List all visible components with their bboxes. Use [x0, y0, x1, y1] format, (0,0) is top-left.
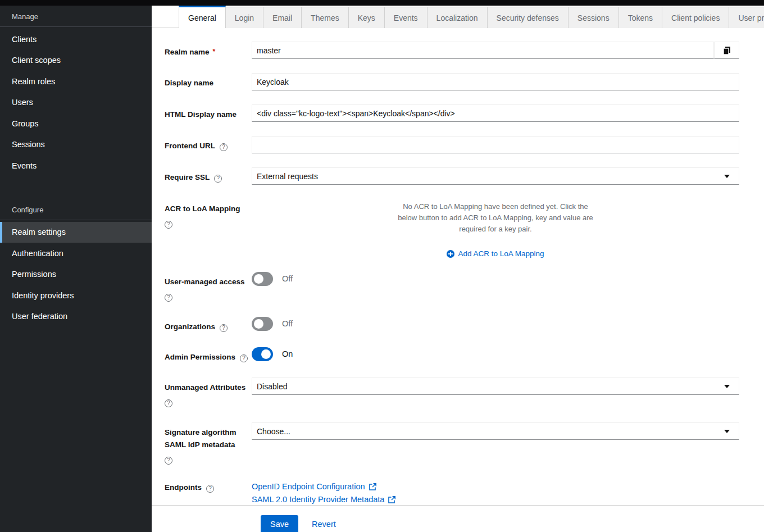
html-display-name-input[interactable]: [252, 104, 739, 122]
endpoints-label: Endpoints?: [165, 480, 252, 505]
organizations-label-text: Organizations: [165, 322, 215, 331]
tab-themes[interactable]: Themes: [302, 7, 349, 28]
endpoint-link-label: SAML 2.0 Identity Provider Metadata: [252, 494, 384, 505]
user-managed-access-label: User-managed access ?: [165, 272, 252, 303]
html-display-name-label: HTML Display name: [165, 104, 252, 122]
require-ssl-select[interactable]: External requests: [252, 167, 739, 185]
tab-security-defenses[interactable]: Security defenses: [488, 7, 569, 28]
tab-tokens[interactable]: Tokens: [619, 7, 662, 28]
sidebar-item-users[interactable]: Users: [0, 92, 152, 113]
endpoints-label-text: Endpoints: [165, 483, 202, 492]
tabs-container: GeneralLoginEmailThemesKeysEventsLocaliz…: [179, 6, 764, 28]
tab-localization[interactable]: Localization: [428, 7, 488, 28]
plus-circle-icon: [447, 250, 454, 258]
organizations-label: Organizations?: [165, 317, 252, 333]
help-icon[interactable]: ?: [165, 457, 172, 465]
add-acr-loa-mapping-label: Add ACR to LoA Mapping: [458, 249, 544, 258]
unmanaged-attributes-label: Unmanaged Attributes ?: [165, 378, 252, 408]
add-acr-loa-mapping-button[interactable]: Add ACR to LoA Mapping: [252, 249, 739, 258]
realm-name-input[interactable]: [252, 42, 714, 59]
sidebar-section-title-manage: Manage: [0, 6, 152, 27]
tab-email[interactable]: Email: [263, 7, 302, 28]
toggle-knob: [254, 274, 263, 284]
external-link-icon: [369, 483, 376, 490]
unmanaged-attributes-label-text: Unmanaged Attributes: [165, 381, 252, 394]
frontend-url-row: Frontend URL?: [165, 136, 739, 153]
endpoint-link-label: OpenID Endpoint Configuration: [252, 481, 365, 492]
tab-general[interactable]: General: [179, 6, 226, 28]
sidebar-item-sessions[interactable]: Sessions: [0, 134, 152, 156]
sidebar-item-user-federation[interactable]: User federation: [0, 306, 152, 328]
sidebar-item-events[interactable]: Events: [0, 155, 152, 176]
sidebar-item-client-scopes[interactable]: Client scopes: [0, 50, 152, 71]
sidebar: ManageClientsClient scopesRealm rolesUse…: [0, 6, 152, 532]
sidebar-section-title-configure: Configure: [0, 199, 152, 220]
masthead: [0, 0, 764, 6]
tab-bar-spacer: [152, 6, 179, 28]
display-name-input[interactable]: [252, 73, 739, 90]
tab-events[interactable]: Events: [385, 7, 428, 28]
acr-loa-label-text: ACR to LoA Mapping: [165, 203, 252, 215]
acr-loa-label: ACR to LoA Mapping ?: [165, 199, 252, 258]
help-icon[interactable]: ?: [206, 485, 214, 493]
require-ssl-label-text: Require SSL: [165, 173, 210, 181]
signature-algorithm-row: Signature algorithm SAML IdP metadata ? …: [165, 422, 739, 466]
sidebar-section-configure: ConfigureRealm settingsAuthenticationPer…: [0, 199, 152, 328]
signature-algorithm-value: Choose...: [257, 427, 290, 436]
tab-client-policies[interactable]: Client policies: [662, 7, 729, 28]
sidebar-item-groups[interactable]: Groups: [0, 113, 152, 134]
save-button[interactable]: Save: [261, 515, 298, 532]
help-icon[interactable]: ?: [214, 175, 222, 183]
sidebar-item-realm-roles[interactable]: Realm roles: [0, 71, 152, 92]
admin-permissions-row: Admin Permissions? On: [165, 347, 739, 363]
acr-loa-row: ACR to LoA Mapping ? No ACR to LoA Mappi…: [165, 199, 739, 258]
revert-button[interactable]: Revert: [312, 515, 336, 532]
help-icon[interactable]: ?: [165, 221, 172, 229]
realm-name-label: Realm name*: [165, 42, 252, 59]
copy-button[interactable]: [714, 42, 739, 59]
endpoint-link-openid-endpoint-configuration[interactable]: OpenID Endpoint Configuration: [252, 481, 376, 492]
admin-permissions-state: On: [282, 347, 293, 358]
main-content: GeneralLoginEmailThemesKeysEventsLocaliz…: [152, 6, 764, 532]
sidebar-item-identity-providers[interactable]: Identity providers: [0, 285, 152, 306]
sidebar-item-authentication[interactable]: Authentication: [0, 243, 152, 264]
require-ssl-row: Require SSL? External requests: [165, 167, 739, 185]
sidebar-section-manage: ManageClientsClient scopesRealm rolesUse…: [0, 6, 152, 176]
frontend-url-label: Frontend URL?: [165, 136, 252, 153]
signature-algorithm-select[interactable]: Choose...: [252, 422, 739, 440]
tab-bar: GeneralLoginEmailThemesKeysEventsLocaliz…: [152, 6, 764, 28]
organizations-toggle[interactable]: [252, 317, 273, 331]
frontend-url-label-text: Frontend URL: [165, 142, 215, 150]
signature-algorithm-label-line1: Signature algorithm: [165, 426, 252, 439]
require-ssl-value: External requests: [257, 172, 318, 181]
display-name-label: Display name: [165, 73, 252, 90]
chevron-down-icon: [724, 430, 730, 433]
sidebar-item-permissions[interactable]: Permissions: [0, 264, 152, 285]
toggle-knob: [261, 349, 271, 359]
tab-login[interactable]: Login: [226, 7, 263, 28]
admin-permissions-toggle[interactable]: [252, 347, 273, 361]
help-icon[interactable]: ?: [220, 324, 228, 332]
user-managed-access-state: Off: [282, 272, 293, 283]
help-icon[interactable]: ?: [165, 294, 172, 302]
admin-permissions-label: Admin Permissions?: [165, 347, 252, 363]
unmanaged-attributes-select[interactable]: Disabled: [252, 378, 739, 395]
help-icon[interactable]: ?: [165, 399, 172, 407]
sidebar-nav-list: Realm settingsAuthenticationPermissionsI…: [0, 220, 152, 328]
tab-keys[interactable]: Keys: [349, 7, 385, 28]
realm-name-label-text: Realm name: [165, 48, 210, 56]
organizations-state: Off: [282, 317, 293, 328]
realm-settings-general-form: Realm name* Displa: [152, 28, 764, 532]
help-icon[interactable]: ?: [220, 143, 228, 151]
help-icon[interactable]: ?: [240, 354, 248, 362]
frontend-url-input[interactable]: [252, 136, 739, 153]
sidebar-item-realm-settings[interactable]: Realm settings: [0, 222, 152, 243]
user-managed-access-toggle[interactable]: [252, 272, 273, 286]
display-name-row: Display name: [165, 73, 739, 90]
external-link-icon: [388, 496, 395, 503]
sidebar-item-clients[interactable]: Clients: [0, 29, 152, 50]
tab-sessions[interactable]: Sessions: [569, 7, 619, 28]
endpoint-link-saml-2-0-identity-provider-metadata[interactable]: SAML 2.0 Identity Provider Metadata: [252, 494, 395, 505]
tab-user-profile[interactable]: User profile: [729, 7, 764, 28]
toggle-knob: [254, 319, 263, 329]
